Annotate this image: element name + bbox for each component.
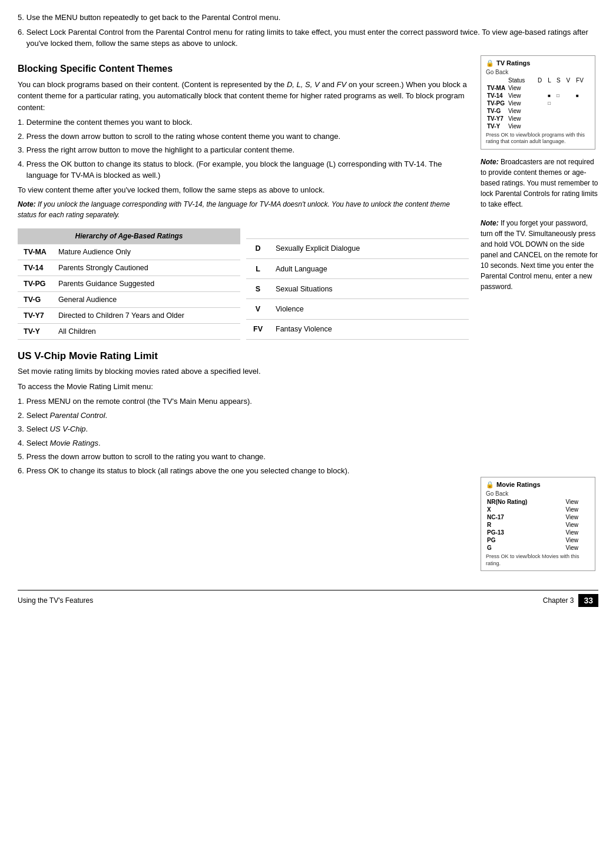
movie-ratings-go-back[interactable]: Go Back — [486, 490, 590, 497]
movie-ratings-box: 🔒 Movie Ratings Go Back NR(No Rating)Vie… — [481, 477, 595, 571]
step-4: 4.Press the OK button to change its stat… — [18, 158, 469, 181]
content-table-row: VViolence — [246, 299, 469, 319]
us-vchip-access: To access the Movie Rating Limit menu: — [18, 381, 469, 393]
tv-ratings-row: TV-MA View — [486, 84, 590, 92]
content-code: V — [246, 299, 270, 319]
content-description: Violence — [270, 299, 469, 319]
content-description: Sexually Explicit Dialogue — [270, 238, 469, 258]
age-table-row: TV-YAll Children — [18, 324, 240, 340]
movie-ratings-row: XView — [486, 506, 590, 513]
tables-container: Hierarchy of Age-Based Ratings TV-MAMatu… — [18, 228, 469, 340]
age-code: TV-14 — [18, 260, 52, 276]
content-code: S — [246, 279, 270, 299]
age-description: Parents Guidance Suggested — [52, 276, 240, 292]
footer-text: Using the TV's Features — [18, 596, 543, 605]
content-table-header-row — [246, 228, 469, 238]
content-code: FV — [246, 319, 270, 339]
page-number: 33 — [578, 594, 598, 607]
age-table-row: TV-Y7Directed to Children 7 Years and Ol… — [18, 308, 240, 324]
step-3: 3.Press the right arrow button to move t… — [18, 144, 469, 156]
age-table-header: Hierarchy of Age-Based Ratings — [18, 228, 240, 244]
content-description: Fantasy Violence — [270, 319, 469, 339]
intro-item-6: 6. Select Lock Parental Control from the… — [18, 26, 598, 49]
age-code: TV-Y — [18, 324, 52, 340]
age-description: Directed to Children 7 Years and Older — [52, 308, 240, 324]
vchip-step-1: 1.Press MENU on the remote control (the … — [18, 396, 469, 407]
age-code: TV-PG — [18, 276, 52, 292]
tv-ratings-box: 🔒 TV Ratings Go Back Status D L S V FV — [481, 55, 595, 150]
tv-ratings-press-ok: Press OK to view/block programs with thi… — [486, 132, 590, 145]
movie-ratings-row: RView — [486, 521, 590, 529]
spacer — [481, 300, 598, 477]
note2-text: If you forget your password, turn off th… — [481, 219, 598, 291]
us-vchip-intro: Set movie rating limits by blocking movi… — [18, 366, 469, 377]
intro-item-5: 5. Use the MENU button repeatedly to get… — [18, 12, 598, 24]
step-1: 1.Determine the content themes you want … — [18, 117, 469, 128]
chapter-label: Chapter 3 — [543, 596, 574, 605]
intro-text-5: Use the MENU button repeatedly to get ba… — [27, 12, 280, 24]
note1-text: Broadcasters are not required to provide… — [481, 158, 598, 208]
intro-text-6: Select Lock Parental Control from the Pa… — [27, 26, 598, 49]
page-footer: Using the TV's Features Chapter 3 33 — [18, 590, 598, 607]
tv-ratings-go-back[interactable]: Go Back — [486, 69, 590, 75]
age-code: TV-G — [18, 292, 52, 308]
us-vchip-section: US V-Chip Movie Rating Limit Set movie r… — [18, 350, 469, 476]
note1-box: Note: Broadcasters are not required to p… — [481, 157, 598, 210]
vchip-step-4: 4. Select Movie Ratings. — [18, 437, 469, 449]
movie-ratings-row: PG-13View — [486, 529, 590, 536]
us-vchip-heading: US V-Chip Movie Rating Limit — [18, 350, 469, 362]
content-table-row: SSexual Situations — [246, 279, 469, 299]
blocking-heading: Blocking Specific Content Themes — [18, 64, 469, 74]
vchip-step-2: 2. Select Parental Control. — [18, 410, 469, 422]
right-column: 🔒 TV Ratings Go Back Status D L S V FV — [481, 55, 598, 579]
movie-ratings-table: NR(No Rating)ViewXViewNC-17ViewRViewPG-1… — [486, 498, 590, 552]
note2-box: Note: If you forget your password, turn … — [481, 218, 598, 292]
age-table-row: TV-14Parents Strongly Cautioned — [18, 260, 240, 276]
content-description: Sexual Situations — [270, 279, 469, 299]
movie-ratings-row: NC-17View — [486, 513, 590, 521]
tv-ratings-row: TV-PG View □ — [486, 99, 590, 107]
vchip-step-3: 3. Select US V-Chip. — [18, 423, 469, 435]
intro-section: 5. Use the MENU button repeatedly to get… — [18, 12, 598, 49]
main-content: Blocking Specific Content Themes You can… — [18, 55, 598, 579]
blocking-note: Note: If you unlock the language corresp… — [18, 199, 469, 220]
tv-ratings-row: TV-14 View ■ □ ■ — [486, 92, 590, 99]
content-table-row: FVFantasy Violence — [246, 319, 469, 339]
vchip-step-6: 6.Press OK to change its status to block… — [18, 465, 469, 477]
tv-ratings-row: TV-G View — [486, 107, 590, 115]
blocking-body: You can block programs based on their co… — [18, 79, 469, 114]
age-description: Mature Audience Only — [52, 244, 240, 260]
age-description: All Children — [52, 324, 240, 340]
movie-lock-icon: 🔒 — [486, 481, 494, 489]
content-table-row: DSexually Explicit Dialogue — [246, 238, 469, 258]
age-code: TV-MA — [18, 244, 52, 260]
content-code: D — [246, 238, 270, 258]
age-table-row: TV-MAMature Audience Only — [18, 244, 240, 260]
vchip-step-5: 5.Press the down arrow button to scroll … — [18, 451, 469, 463]
movie-ratings-row: GView — [486, 544, 590, 552]
blocking-steps: 1.Determine the content themes you want … — [18, 117, 469, 181]
age-table: Hierarchy of Age-Based Ratings TV-MAMatu… — [18, 228, 240, 340]
content-table: DSexually Explicit DialogueLAdult Langua… — [246, 228, 469, 340]
us-vchip-steps: 1.Press MENU on the remote control (the … — [18, 396, 469, 476]
age-table-row: TV-PGParents Guidance Suggested — [18, 276, 240, 292]
movie-ratings-press-ok: Press OK to view/block Movies with this … — [486, 553, 590, 567]
age-table-row: TV-GGeneral Audience — [18, 292, 240, 308]
age-code: TV-Y7 — [18, 308, 52, 324]
age-description: Parents Strongly Cautioned — [52, 260, 240, 276]
movie-ratings-row: NR(No Rating)View — [486, 498, 590, 506]
age-description: General Audience — [52, 292, 240, 308]
step-2: 2.Press the down arrow button to scroll … — [18, 131, 469, 142]
tv-ratings-row: TV-Y7 View — [486, 115, 590, 122]
tv-ratings-title: TV Ratings — [496, 59, 530, 67]
unlock-para: To view content theme after you've locke… — [18, 184, 469, 196]
movie-ratings-row: PGView — [486, 536, 590, 544]
movie-ratings-title: Movie Ratings — [496, 481, 541, 488]
content-table-row: LAdult Language — [246, 258, 469, 278]
content-description: Adult Language — [270, 258, 469, 278]
left-column: Blocking Specific Content Themes You can… — [18, 55, 469, 579]
lock-icon: 🔒 — [486, 59, 494, 67]
tv-ratings-row: TV-Y View — [486, 122, 590, 130]
content-code: L — [246, 258, 270, 278]
tv-ratings-table: Status D L S V FV TV-MA View TV-14 View … — [486, 77, 590, 130]
